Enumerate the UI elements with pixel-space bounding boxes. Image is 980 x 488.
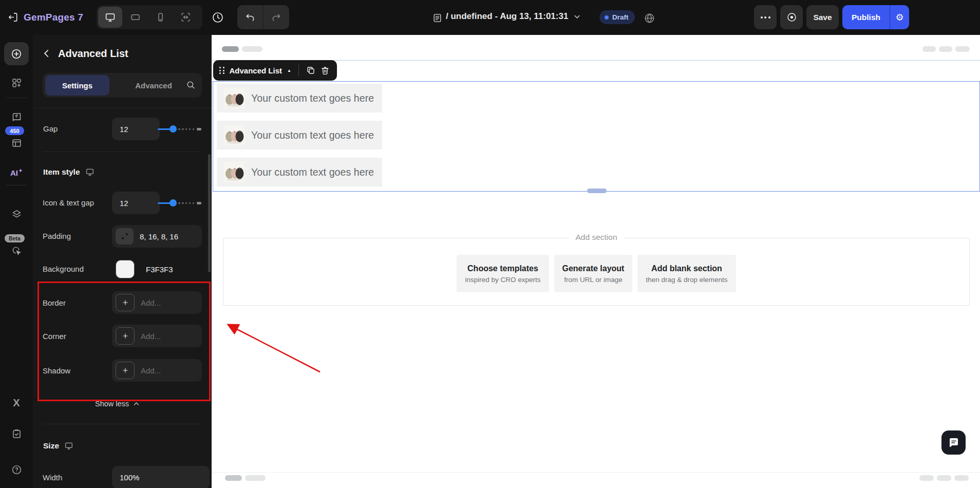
item-style-heading: Item style xyxy=(43,167,95,177)
gap-input[interactable]: 12 xyxy=(112,118,160,140)
list-item-text[interactable]: Your custom text goes here xyxy=(251,166,374,178)
sections-library-button[interactable] xyxy=(4,73,29,92)
duplicate-icon[interactable] xyxy=(306,66,315,75)
tab-settings-label: Settings xyxy=(62,81,92,90)
page-document-icon xyxy=(432,13,442,23)
undo-icon xyxy=(245,12,255,23)
tasks-button[interactable] xyxy=(4,424,29,443)
list-item-image xyxy=(224,88,244,108)
width-input[interactable]: 100% xyxy=(112,466,210,488)
slider-track xyxy=(175,202,196,204)
slider-thumb[interactable] xyxy=(169,125,177,133)
save-button[interactable]: Save xyxy=(806,5,839,29)
box-icon xyxy=(11,138,22,148)
support-chat-button[interactable] xyxy=(941,430,966,455)
panel-title: Advanced List xyxy=(58,48,128,60)
back-button[interactable] xyxy=(42,49,51,58)
trash-icon[interactable] xyxy=(321,66,330,75)
icon-text-gap-input[interactable]: 12 xyxy=(112,192,160,214)
clipboard-check-icon xyxy=(11,428,22,439)
icon-text-gap-slider[interactable] xyxy=(158,199,201,207)
device-responsive-button[interactable] xyxy=(174,7,198,28)
preview-button[interactable] xyxy=(780,5,803,29)
top-bar: GemPages 7 xyxy=(0,0,980,35)
tab-settings[interactable]: Settings xyxy=(45,75,109,96)
x-logo: X xyxy=(13,397,20,409)
help-button[interactable] xyxy=(4,460,29,479)
device-mobile-button[interactable] xyxy=(148,7,173,28)
element-resize-handle[interactable] xyxy=(587,189,607,193)
translate-globe-icon[interactable] xyxy=(644,12,655,24)
option-title: Generate layout xyxy=(562,264,625,273)
padding-control[interactable]: 8, 16, 8, 16 xyxy=(112,225,202,248)
header-skeleton-bar xyxy=(222,46,239,52)
list-item[interactable]: Your custom text goes here xyxy=(217,158,382,186)
exit-icon xyxy=(7,11,19,23)
chevron-up-icon xyxy=(133,401,140,407)
slider-thumb[interactable] xyxy=(169,199,177,207)
device-desktop-button[interactable] xyxy=(98,7,122,28)
panel-tabs: Settings Advanced xyxy=(43,73,202,98)
footer-skeleton-bar xyxy=(225,475,242,481)
option-subtitle: inspired by CRO experts xyxy=(465,276,540,284)
list-item-image xyxy=(224,162,244,182)
size-heading: Size xyxy=(43,441,73,451)
chevron-down-icon xyxy=(573,13,581,21)
list-item[interactable]: Your custom text goes here xyxy=(217,121,382,149)
page-title: / undefined - Aug 13, 11:01:31 xyxy=(446,11,568,22)
footer-boundary-line xyxy=(212,472,980,473)
footer-skeleton-bar xyxy=(954,475,969,481)
slider-end-cap xyxy=(197,128,201,130)
tablet-icon xyxy=(130,12,141,23)
device-monitor-icon[interactable] xyxy=(85,167,95,177)
tab-advanced[interactable]: Advanced xyxy=(125,75,182,96)
more-options-button[interactable] xyxy=(754,5,777,29)
publish-settings-button[interactable]: ⚙ xyxy=(890,5,909,29)
ai-label: AI xyxy=(10,168,18,177)
add-element-button[interactable] xyxy=(4,42,29,65)
layers-button[interactable] xyxy=(4,204,29,223)
list-item-text[interactable]: Your custom text goes here xyxy=(251,92,374,104)
templates-counter-badge: 450 xyxy=(5,126,24,135)
x-social-button[interactable]: X xyxy=(4,393,29,412)
background-color-swatch[interactable] xyxy=(116,260,135,278)
save-label: Save xyxy=(813,13,832,22)
gempages-editor: GemPages 7 xyxy=(0,0,980,488)
undo-button[interactable] xyxy=(237,5,263,29)
list-item-image xyxy=(224,125,244,145)
history-button[interactable] xyxy=(212,11,224,24)
question-circle-icon xyxy=(11,464,22,475)
element-toolbar-label[interactable]: Advanced List xyxy=(230,66,282,75)
page-title-menu[interactable]: / undefined - Aug 13, 11:01:31 xyxy=(446,11,581,22)
list-item[interactable]: Your custom text goes here xyxy=(217,84,382,112)
list-item-text[interactable]: Your custom text goes here xyxy=(251,129,374,141)
interactions-button[interactable] xyxy=(4,241,29,260)
device-tablet-button[interactable] xyxy=(123,7,147,28)
panel-scrollbar[interactable] xyxy=(208,154,211,272)
toolbar-divider xyxy=(298,65,299,76)
undo-redo-group xyxy=(237,5,289,29)
search-icon[interactable] xyxy=(186,80,196,90)
device-monitor-icon[interactable] xyxy=(64,441,73,451)
book-icon xyxy=(11,112,22,123)
icon-text-gap-value: 12 xyxy=(120,199,128,208)
publish-button[interactable]: Publish xyxy=(842,5,890,29)
gap-slider[interactable] xyxy=(158,125,201,133)
choose-templates-button[interactable]: Choose templates inspired by CRO experts xyxy=(457,255,549,292)
brand-logo[interactable]: GemPages 7 xyxy=(24,12,83,23)
layers-icon xyxy=(11,209,22,219)
theme-templates-button[interactable] xyxy=(4,134,29,152)
item-style-heading-label: Item style xyxy=(43,167,80,177)
annotation-red-box xyxy=(37,281,211,401)
redo-icon xyxy=(271,12,281,23)
pages-button[interactable] xyxy=(4,108,29,126)
expand-arrows-icon[interactable] xyxy=(116,228,134,245)
drag-handle-icon[interactable] xyxy=(219,67,224,74)
redo-button[interactable] xyxy=(263,5,289,29)
generate-layout-button[interactable]: Generate layout from URL or image xyxy=(554,255,633,292)
add-blank-section-button[interactable]: Add blank section then drag & drop eleme… xyxy=(637,255,736,292)
background-value: F3F3F3 xyxy=(146,265,173,274)
triangle-up-icon[interactable]: ▲ xyxy=(287,68,291,73)
exit-button[interactable] xyxy=(7,11,19,23)
ai-assistant-button[interactable]: AI xyxy=(4,163,29,182)
